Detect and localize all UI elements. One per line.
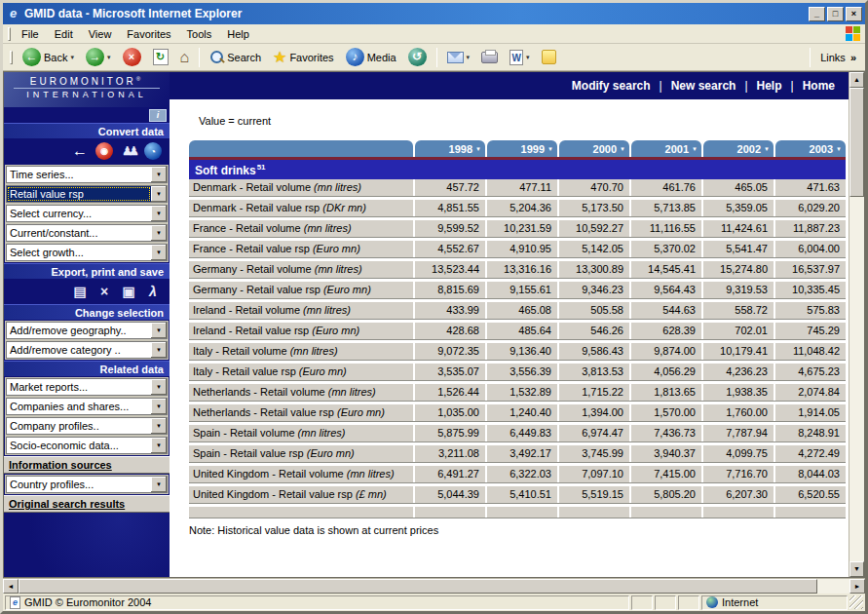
cell-value: 6,520.55 (774, 486, 846, 503)
horizontal-scrollbar[interactable]: ◄ ► (3, 578, 865, 594)
menu-grip[interactable] (8, 27, 11, 41)
dropdown-arrow-icon[interactable]: ▼ (151, 399, 167, 414)
excel-icon[interactable]: × (95, 283, 113, 300)
dropdown-companies-and-shares[interactable]: Companies and shares...▼ (6, 398, 168, 415)
year-header-2003[interactable]: 2003▼ (775, 140, 846, 157)
info-button[interactable]: i (149, 109, 167, 122)
cell-value: 15,274.80 (701, 261, 774, 278)
year-dropdown-icon[interactable]: ▼ (620, 146, 625, 152)
cell-value: 6,029.20 (774, 200, 846, 216)
minimize-button[interactable]: _ (809, 7, 825, 21)
print-icon[interactable]: ▤ (71, 283, 89, 300)
world-currency-icon[interactable]: ◔ (144, 142, 162, 160)
pdf-icon[interactable]: λ (144, 283, 162, 300)
year-dropdown-icon[interactable]: ▼ (836, 146, 842, 152)
dropdown-arrow-icon[interactable]: ▼ (151, 323, 167, 338)
dropdown-socio-economic-data[interactable]: Socio-economic data...▼ (6, 437, 168, 454)
edit-button[interactable]: W ▾ (505, 47, 535, 68)
window-title: GMID data - Microsoft Internet Explorer (24, 7, 805, 20)
back-button[interactable]: ← Back ▾ (18, 45, 79, 69)
dropdown-arrow-icon[interactable]: ▼ (151, 477, 167, 492)
year-dropdown-icon[interactable]: ▼ (764, 146, 770, 152)
links-chevron-icon[interactable]: » (850, 52, 856, 63)
footnote-link[interactable]: 51 (257, 163, 266, 172)
dropdown-arrow-icon[interactable]: ▼ (151, 438, 167, 453)
home-button[interactable]: ⌂ (175, 47, 195, 68)
dropdown-select-growth[interactable]: Select growth...▼ (6, 244, 168, 261)
forward-dropdown-icon[interactable]: ▾ (107, 54, 111, 61)
save-icon[interactable]: ▣ (120, 283, 137, 300)
forward-icon: → (86, 48, 104, 66)
scroll-down-button[interactable]: ▼ (849, 561, 864, 577)
favorites-button[interactable]: ★ Favorites (268, 47, 339, 68)
history-button[interactable]: ↺ (403, 45, 432, 69)
year-dropdown-icon[interactable]: ▼ (475, 146, 481, 152)
messenger-button[interactable] (537, 47, 561, 67)
cell-value: 1,240.40 (485, 404, 557, 421)
year-header-2001[interactable]: 2001▼ (631, 140, 701, 157)
maximize-button[interactable]: □ (827, 7, 844, 21)
toolbar-grip[interactable] (10, 51, 13, 64)
dropdown-time-series[interactable]: Time series...▼ (6, 166, 168, 183)
compare-data-icon[interactable]: ♟♟ (120, 142, 137, 160)
link-original-search-results[interactable]: Original search results (4, 495, 170, 513)
vertical-scroll-thumb[interactable] (849, 88, 864, 197)
resize-grip[interactable] (849, 595, 863, 609)
print-button[interactable] (476, 49, 503, 66)
edit-dropdown-icon[interactable]: ▾ (526, 54, 530, 61)
menu-tools[interactable]: Tools (179, 25, 220, 43)
dropdown-arrow-icon[interactable]: ▼ (151, 379, 167, 395)
dropdown-arrow-icon[interactable]: ▼ (151, 225, 167, 241)
dropdown-select-currency[interactable]: Select currency...▼ (6, 205, 168, 222)
link-information-sources[interactable]: Information sources (4, 456, 170, 474)
dropdown-arrow-icon[interactable]: ▼ (151, 167, 167, 182)
year-header-1998[interactable]: 1998▼ (415, 140, 485, 157)
dropdown-arrow-icon[interactable]: ▼ (151, 245, 167, 260)
stop-button[interactable]: × (118, 45, 146, 69)
dropdown-add-remove-geography[interactable]: Add/remove geography..▼ (6, 322, 168, 339)
dropdown-market-reports[interactable]: Market reports...▼ (6, 378, 168, 396)
mail-button[interactable]: ▾ (442, 49, 475, 66)
back-arrow-icon[interactable]: ← (71, 142, 89, 160)
year-header-1999[interactable]: 1999▼ (487, 140, 557, 157)
cell-value: 5,204.36 (485, 200, 557, 216)
mail-dropdown-icon[interactable]: ▾ (467, 54, 471, 61)
nav-new-search[interactable]: New search (671, 79, 736, 93)
forward-button[interactable]: → ▾ (81, 45, 116, 69)
year-dropdown-icon[interactable]: ▼ (547, 146, 553, 152)
back-dropdown-icon[interactable]: ▾ (70, 54, 74, 61)
menu-edit[interactable]: Edit (47, 25, 81, 43)
menu-help[interactable]: Help (219, 25, 257, 43)
dropdown-arrow-icon[interactable]: ▼ (151, 342, 167, 358)
search-button[interactable]: Search (205, 47, 266, 67)
menu-view[interactable]: View (81, 25, 120, 43)
refresh-button[interactable]: ↻ (148, 46, 173, 68)
year-header-2002[interactable]: 2002▼ (703, 140, 774, 157)
year-dropdown-icon[interactable]: ▼ (692, 146, 698, 152)
dropdown-arrow-icon[interactable]: ▼ (151, 186, 167, 202)
vertical-scrollbar[interactable]: ▲ ▼ (849, 72, 864, 577)
dropdown-company-profiles[interactable]: Company profiles..▼ (6, 417, 168, 435)
scroll-left-button[interactable]: ◄ (3, 579, 19, 594)
horizontal-scroll-thumb[interactable] (19, 579, 817, 594)
scroll-up-button[interactable]: ▲ (849, 72, 864, 88)
nav-home[interactable]: Home (803, 79, 835, 93)
menu-file[interactable]: File (14, 25, 47, 43)
year-header-2000[interactable]: 2000▼ (559, 140, 629, 157)
links-bar[interactable]: Links » (815, 49, 861, 66)
scroll-right-button[interactable]: ► (849, 579, 865, 594)
section-header-change-selection: Change selection (4, 304, 170, 320)
dropdown-retail-value-rsp[interactable]: Retail value rsp▼ (6, 185, 168, 203)
nav-help[interactable]: Help (757, 79, 782, 93)
dropdown-current-constant[interactable]: Current/constant...▼ (6, 224, 168, 242)
dropdown-add-remove-category[interactable]: Add/remove category ..▼ (6, 341, 168, 359)
media-button[interactable]: ♪ Media (341, 45, 401, 69)
dropdown-country-profiles[interactable]: Country profiles...▼ (6, 476, 168, 493)
nav-modify-search[interactable]: Modify search (572, 79, 651, 93)
close-button[interactable]: × (846, 7, 862, 21)
menu-favorites[interactable]: Favorites (119, 25, 178, 43)
dropdown-arrow-icon[interactable]: ▼ (151, 418, 167, 434)
dropdown-arrow-icon[interactable]: ▼ (151, 206, 167, 221)
cell-value: 6,207.30 (701, 486, 774, 503)
convert-data-icon[interactable]: ◉ (95, 142, 113, 160)
